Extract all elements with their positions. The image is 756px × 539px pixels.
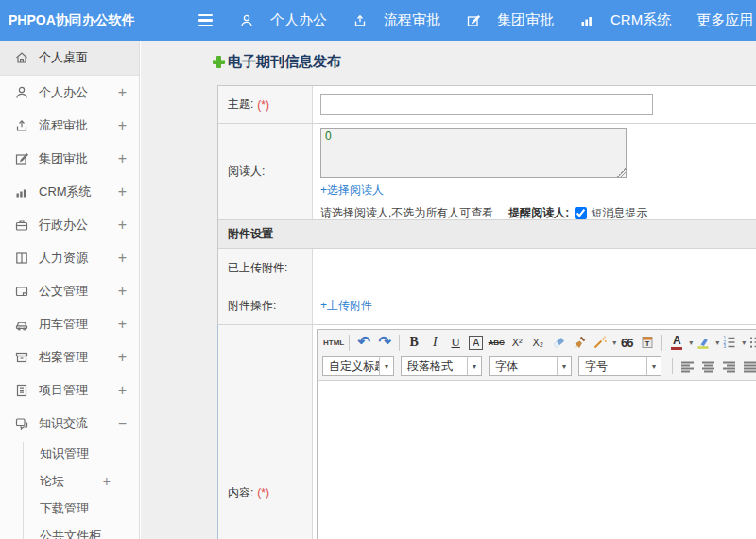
align-left-button[interactable] [678,357,696,376]
ordered-list-button[interactable]: 123 [720,333,739,352]
sidebar-item-hr[interactable]: 人力资源 + [0,241,139,274]
sidebar-item-workflow-approval[interactable]: 流程审批 + [0,109,139,142]
notebook-icon [14,383,29,398]
readers-hint: 请选择阅读人,不选为所有人可查看 提醒阅读人: 短消息提示 [320,205,756,221]
sidebar-item-label: CRM系统 [39,183,92,200]
caret-down-icon[interactable]: ▾ [742,339,746,347]
upload-attachment-link[interactable]: +上传附件 [320,298,372,314]
expander[interactable]: + [118,84,127,101]
expander[interactable]: + [118,283,127,300]
sidebar-item-label: 下载管理 [40,500,89,517]
caret-down-icon[interactable]: ▾ [715,339,719,347]
expander[interactable]: + [103,474,111,489]
font-size-select[interactable]: 字号 ▾ [578,356,662,376]
bold-button[interactable]: B [404,333,423,352]
char-border-button[interactable]: A [469,336,483,350]
chart-icon [14,184,29,200]
nav-personal-office[interactable]: 个人办公 [239,11,327,29]
expander[interactable]: + [118,150,127,167]
justify-button[interactable] [740,357,756,376]
expander[interactable]: + [118,349,127,366]
custom-title-select[interactable]: 自定义标题 ▾ [322,356,394,376]
align-center-button[interactable] [698,357,717,376]
nav-group-approval[interactable]: 集团审批 [466,11,554,29]
collapse-icon[interactable]: − [118,415,127,432]
font-color-button[interactable]: A [667,333,686,352]
expander[interactable]: + [118,382,127,399]
uploaded-attachments-label: 已上传附件: [228,260,287,276]
sidebar-item-label: 项目管理 [39,382,88,399]
highlight-button[interactable] [694,333,713,352]
sidebar-subitem-forum[interactable]: 论坛 + [0,467,139,495]
paste-text-button[interactable]: T [638,333,657,352]
undo-button[interactable]: ↶ [354,333,373,352]
sidebar-item-label: 流程审批 [39,117,88,134]
publish-form: 主题: (*) 阅读人: 0 +选择阅读人 [217,85,756,539]
sms-notify-label: 短消息提示 [591,205,647,221]
sidebar-item-project-mgmt[interactable]: 项目管理 + [0,374,139,407]
underline-button[interactable]: U [446,333,465,352]
redo-button[interactable]: ↷ [375,333,394,352]
unordered-list-button[interactable] [747,333,756,352]
main-content: 电子期刊信息发布 主题: (*) 阅读人: 0 [141,41,756,539]
expander[interactable]: + [118,217,127,234]
nav-label: 流程审批 [384,11,440,29]
sidebar-subitem-download-mgmt[interactable]: 下载管理 [0,495,139,522]
sidebar-item-personal-office[interactable]: 个人办公 + [0,76,139,109]
sidebar-item-admin-office[interactable]: 行政办公 + [0,208,139,241]
sidebar-item-personal-desktop[interactable]: 个人桌面 [0,41,139,76]
readers-textarea[interactable]: 0 [320,128,627,178]
topbar: PHPOA协同办公软件 个人办公 流程审批 集团审批 [0,0,756,41]
nav-workflow-approval[interactable]: 流程审批 [352,11,440,29]
subscript-button[interactable]: X₂ [528,333,547,352]
required-mark: (*) [257,98,269,112]
svg-text:T: T [645,339,650,348]
attachment-ops-label: 附件操作: [228,298,276,314]
knowledge-exchange-submenu: 知识管理 论坛 + 下载管理 公共文件柜 [0,440,139,539]
subject-row: 主题: (*) [218,86,756,124]
autotypeset-button[interactable] [591,333,610,352]
sidebar-item-archive-mgmt[interactable]: 档案管理 + [0,340,139,374]
expander[interactable]: + [118,117,127,134]
sms-notify-checkbox[interactable] [575,207,587,219]
nav-crm[interactable]: CRM系统 [579,11,671,29]
blockquote-button[interactable]: 66 [617,333,636,352]
menu-toggle-button[interactable] [198,14,213,26]
caret-down-icon: ▾ [467,357,481,375]
expander[interactable]: + [118,183,127,200]
html-source-button[interactable]: HTML [323,333,344,352]
strikethrough-button[interactable]: ABC [487,333,506,352]
workflow-icon [352,13,368,28]
sidebar-item-document-mgmt[interactable]: 公文管理 + [0,274,139,307]
svg-text:3: 3 [724,344,727,349]
caret-down-icon[interactable]: ▾ [689,339,693,347]
align-right-button[interactable] [719,357,738,376]
attachment-section-header: 附件设置 [218,220,756,249]
user-icon [14,85,29,100]
select-readers-link[interactable]: +选择阅读人 [320,183,384,199]
expander[interactable]: + [118,316,127,333]
edit-icon [466,13,481,28]
car-icon [14,317,29,332]
nav-label: 集团审批 [497,11,554,29]
sidebar-item-knowledge-exchange[interactable]: 知识交流 − [0,407,139,440]
sidebar-subitem-knowledge-mgmt[interactable]: 知识管理 [0,440,139,467]
remind-readers-label: 提醒阅读人: [508,205,569,221]
nav-more-apps[interactable]: 更多应用 ▼ [696,11,756,29]
sidebar-item-vehicle-mgmt[interactable]: 用车管理 + [0,307,139,340]
font-family-select[interactable]: 字体 ▾ [489,356,572,376]
expander[interactable]: + [118,250,127,267]
sidebar-item-crm[interactable]: CRM系统 + [0,175,139,208]
superscript-button[interactable]: X² [507,333,526,352]
sidebar-subitem-public-file-cabinet[interactable]: 公共文件柜 [0,522,139,539]
remove-format-button[interactable] [549,333,568,352]
editor-content-area[interactable] [318,380,756,539]
sidebar-item-group-approval[interactable]: 集团审批 + [0,142,139,175]
sidebar: 个人桌面 个人办公 + 流程审批 + 集团审批 + [0,41,140,539]
subject-label: 主题: [228,96,253,113]
paragraph-format-select[interactable]: 段落格式 ▾ [401,356,482,376]
format-brush-button[interactable] [570,333,589,352]
caret-down-icon[interactable]: ▾ [612,339,616,347]
subject-input[interactable] [320,94,653,115]
italic-button[interactable]: I [425,333,444,352]
